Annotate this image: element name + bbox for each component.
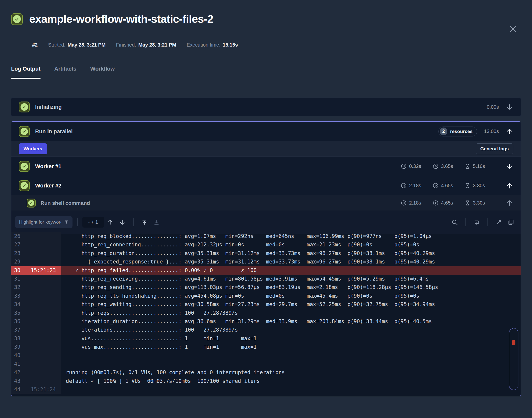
log-output: 26 http_req_blocked...............: avg=… xyxy=(11,232,521,396)
log-line: 39 vus_max........................: 1 mi… xyxy=(11,343,521,351)
log-line-text: iterations.....................: 100 27.… xyxy=(61,326,521,334)
collapse-arrow-up-icon[interactable] xyxy=(506,128,513,135)
execution-duration-metric: 3.30s xyxy=(464,183,485,189)
execution-time-meta: Execution time:15.15s xyxy=(187,42,238,48)
log-line: 40 xyxy=(11,351,521,360)
log-line-text: http_req_connecting............: avg=212… xyxy=(61,240,521,249)
page-title: example-workflow-with-static-files-2 xyxy=(29,13,213,26)
run-in-parallel-label: Run in parallel xyxy=(35,128,73,135)
expand-arrow-down-icon[interactable] xyxy=(506,163,513,170)
subtask-run-shell-command-label: Run shell command xyxy=(41,200,90,206)
log-line-text: http_req_tls_handshaking.......: avg=454… xyxy=(61,292,521,300)
log-line: 27 http_req_connecting............: avg=… xyxy=(11,240,521,249)
log-line-timestamp xyxy=(25,334,61,343)
log-line-number: 39 xyxy=(11,343,25,351)
log-scrollbar[interactable] xyxy=(509,328,518,390)
subtask-run-shell-command[interactable]: Run shell command2.18s4.65s3.30s xyxy=(11,195,521,210)
execution-duration-icon xyxy=(464,163,471,169)
keyword-input-field[interactable] xyxy=(19,219,61,225)
paused-duration-icon xyxy=(401,200,407,206)
log-line-number: 33 xyxy=(11,292,25,300)
keyword-highlight-input[interactable] xyxy=(15,216,73,228)
log-line-number: 31 xyxy=(11,275,25,283)
log-line: 29 { expected_response:true }...: avg=35… xyxy=(11,258,521,266)
log-line-number: 26 xyxy=(11,232,25,240)
log-line-number: 41 xyxy=(11,360,25,368)
paused-duration-metric: 2.18s xyxy=(401,200,421,206)
execution-time-label: Execution time: xyxy=(187,42,220,48)
paused-duration-metric: 0.32s xyxy=(401,163,421,169)
log-line-text: ✓ http_req_failed................: 0.00%… xyxy=(61,266,521,275)
collapse-arrow-up-icon[interactable] xyxy=(506,182,513,189)
log-line: 35 http_reqs......................: 100 … xyxy=(11,309,521,317)
close-button[interactable] xyxy=(509,24,518,34)
tab-label: Log Output xyxy=(11,66,41,72)
tab-workflow[interactable]: Workflow xyxy=(90,66,115,79)
section-initializing[interactable]: Initializing 0.00s xyxy=(11,98,521,116)
toolbar-divider xyxy=(465,218,466,226)
log-line-timestamp xyxy=(25,317,61,326)
section-run-in-parallel: Run in parallel 2 resources 13.00s Worke… xyxy=(11,121,521,396)
error-position-marker[interactable] xyxy=(512,340,515,345)
log-line: 3015:21:23 ✓ http_req_failed............… xyxy=(11,266,521,275)
log-line-number: 27 xyxy=(11,240,25,249)
general-logs-button[interactable]: General logs xyxy=(476,143,513,154)
copy-icon[interactable] xyxy=(508,219,514,226)
log-line-number: 30 xyxy=(11,266,25,275)
log-line: 31 http_req_receiving.............: avg=… xyxy=(11,275,521,283)
log-line-timestamp xyxy=(25,240,61,249)
worker-row-2[interactable]: Worker #22.18s4.65s3.30s xyxy=(11,176,521,195)
run-number: #2 xyxy=(32,42,38,48)
execution-time-value: 15.15s xyxy=(223,42,238,48)
started-value: May 28, 3:21 PM xyxy=(68,42,105,48)
check-icon xyxy=(21,182,28,189)
running-duration-metric: 3.65s xyxy=(433,163,453,169)
run-in-parallel-duration: 13.00s xyxy=(484,129,499,134)
tab-workers[interactable]: Workers xyxy=(19,143,47,154)
toolbar-divider xyxy=(487,218,488,226)
scroll-to-top-icon[interactable] xyxy=(141,219,148,226)
log-line-text xyxy=(61,351,521,360)
log-line-number: 35 xyxy=(11,309,25,317)
log-line: 28 http_req_duration..............: avg=… xyxy=(11,249,521,258)
log-line: 4415:21:24 xyxy=(11,385,521,394)
log-line-timestamp xyxy=(25,232,61,240)
log-line-text: running (00m03.7s), 0/1 VUs, 100 complet… xyxy=(61,368,521,377)
expand-icon[interactable] xyxy=(495,219,502,226)
tab-bar: Log OutputArtifactsWorkflow xyxy=(11,66,521,79)
search-icon[interactable] xyxy=(451,219,458,226)
check-icon xyxy=(28,200,34,206)
log-line: 32 http_req_sending...............: avg=… xyxy=(11,283,521,291)
running-duration: 4.65s xyxy=(441,183,453,188)
execution-duration-icon xyxy=(464,200,471,206)
run-in-parallel-header[interactable]: Run in parallel 2 resources 13.00s xyxy=(11,122,521,141)
finished-label: Finished: xyxy=(116,42,136,48)
worker-row-1[interactable]: Worker #10.32s3.65s5.16s xyxy=(11,157,521,176)
worker-row-2-label: Worker #2 xyxy=(35,183,61,189)
log-viewer: - / 1 xyxy=(11,210,521,396)
log-line-timestamp xyxy=(25,326,61,334)
log-line-timestamp xyxy=(25,360,61,368)
log-line-text: http_req_blocked...............: avg=1.0… xyxy=(61,232,521,240)
next-match-arrow-down-icon[interactable] xyxy=(119,219,126,226)
previous-match-arrow-up-icon[interactable] xyxy=(107,219,114,226)
title-row: example-workflow-with-static-files-2 xyxy=(11,12,521,26)
wrap-lines-icon[interactable] xyxy=(473,219,480,226)
workers-bar: Workers General logs xyxy=(11,141,521,157)
log-line-timestamp xyxy=(25,351,61,360)
log-line-text xyxy=(61,385,521,394)
log-line-number: 36 xyxy=(11,317,25,326)
log-line-number: 28 xyxy=(11,249,25,258)
expand-arrow-down-icon[interactable] xyxy=(506,103,513,111)
tab-artifacts[interactable]: Artifacts xyxy=(54,66,76,79)
scroll-to-bottom-icon[interactable] xyxy=(153,219,160,226)
running-duration-icon xyxy=(433,163,439,169)
log-line-timestamp xyxy=(25,275,61,283)
execution-duration-metric: 5.16s xyxy=(464,163,485,169)
log-line-timestamp: 15:21:24 xyxy=(25,385,61,394)
collapse-arrow-up-icon[interactable] xyxy=(506,199,513,207)
log-line-text: http_reqs......................: 100 27.… xyxy=(61,309,521,317)
log-toolbar: - / 1 xyxy=(11,210,521,234)
tab-log-output[interactable]: Log Output xyxy=(11,66,41,79)
running-duration-metric: 4.65s xyxy=(433,183,453,189)
